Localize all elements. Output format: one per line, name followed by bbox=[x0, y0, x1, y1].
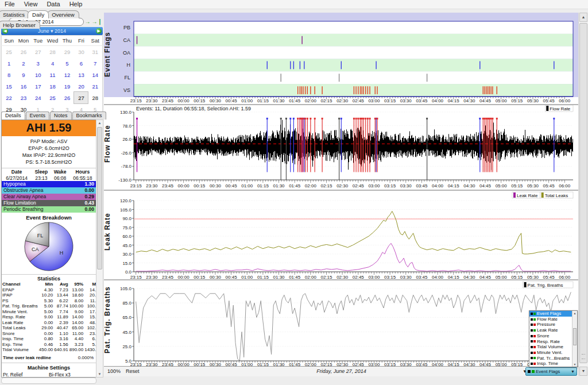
tab-notes[interactable]: Notes bbox=[50, 111, 72, 120]
leak-rate-chart[interactable]: Leak Rate 0.015.030.045.060.075.090.0105… bbox=[104, 190, 579, 280]
calendar-day[interactable]: 7 bbox=[88, 57, 102, 69]
month-year-label[interactable]: June ▾ 2014 bbox=[8, 28, 96, 34]
calendar-day[interactable]: 14 bbox=[88, 69, 102, 80]
calendar-day-header: Tue bbox=[31, 36, 45, 46]
svg-text:15.0: 15.0 bbox=[122, 261, 131, 266]
event-index-row: Periodic Breathing0.00 bbox=[2, 206, 96, 213]
graph-menu-item[interactable]: Tidal Volume bbox=[529, 344, 577, 350]
calendar-day[interactable]: 31 bbox=[88, 46, 102, 58]
calendar-day[interactable]: 4 bbox=[45, 57, 60, 69]
calendar-day[interactable]: 8 bbox=[2, 69, 17, 80]
legend-entry: Flow Rate bbox=[545, 105, 573, 111]
svg-text:03:30: 03:30 bbox=[400, 183, 412, 188]
calendar-day[interactable]: 19 bbox=[60, 80, 74, 92]
scroll-thumb[interactable] bbox=[579, 23, 587, 363]
event-index-row: Flow Limitation0.43 bbox=[2, 200, 96, 206]
calendar-day[interactable]: 25 bbox=[2, 46, 17, 58]
graph-menu-item[interactable]: Event Flags bbox=[529, 311, 577, 317]
calendar-day[interactable]: 3 bbox=[31, 57, 45, 69]
scroll-down-icon[interactable]: ▼ bbox=[579, 367, 587, 376]
graph-menu-item[interactable]: Pressure bbox=[529, 322, 577, 328]
calendar-day[interactable]: 9 bbox=[16, 69, 31, 80]
svg-text:02:45: 02:45 bbox=[353, 98, 365, 103]
menu-view[interactable]: View bbox=[20, 0, 42, 7]
calendar-day[interactable]: 24 bbox=[31, 92, 45, 103]
machine-settings-rows: Pr. ReliefBi-Flex x3Humidifierx2 bbox=[2, 372, 96, 378]
calendar-day[interactable]: 29 bbox=[60, 46, 74, 58]
statistics-table: ChannelMinAvg95%MaxEPAP4.307.2313.0014.3… bbox=[2, 282, 96, 353]
last-day-icon[interactable]: →❘ bbox=[92, 18, 102, 26]
calendar-day[interactable]: 27 bbox=[74, 92, 88, 103]
calendar-day[interactable]: 16 bbox=[16, 80, 31, 92]
graph-menu-item[interactable]: Leak Rate bbox=[529, 328, 577, 333]
svg-text:01:15: 01:15 bbox=[257, 183, 269, 188]
event-flags-chart[interactable]: Event Flags PBCAOAHFLVS23:1523:3023:4500… bbox=[104, 13, 579, 104]
flow-rate-chart[interactable]: Flow Rate Events: 11, Duration 06:55:18,… bbox=[104, 104, 579, 191]
graph-menu-item[interactable]: Flow Rate bbox=[529, 317, 577, 322]
calendar-day[interactable]: 21 bbox=[88, 80, 102, 92]
tab-statistics[interactable]: Statistics bbox=[0, 10, 29, 18]
svg-text:05:30: 05:30 bbox=[527, 98, 539, 103]
next-month-button[interactable]: ▶ bbox=[96, 28, 102, 34]
calendar-day[interactable]: 26 bbox=[60, 92, 74, 103]
calendar-day[interactable]: 18 bbox=[45, 80, 60, 92]
calendar-day[interactable]: 28 bbox=[45, 46, 60, 58]
svg-text:75.0: 75.0 bbox=[122, 225, 131, 230]
tab-overview[interactable]: Overview bbox=[47, 10, 79, 18]
calendar-day[interactable]: 25 bbox=[45, 92, 60, 103]
svg-text:-130.0: -130.0 bbox=[118, 178, 131, 183]
menu-data[interactable]: Data bbox=[42, 0, 64, 7]
calendar-day[interactable]: 11 bbox=[45, 69, 60, 80]
calendar-day[interactable]: 17 bbox=[31, 80, 45, 92]
tab-bookmarks[interactable]: Bookmarks bbox=[72, 111, 106, 120]
ahi-banner: AHI 1.59 bbox=[2, 120, 96, 136]
details-hscrollbar[interactable] bbox=[1, 378, 96, 384]
graph-menu-item[interactable]: Insp. Time bbox=[529, 361, 577, 367]
scroll-thumb[interactable] bbox=[97, 127, 102, 270]
tab-daily[interactable]: Daily bbox=[28, 10, 49, 18]
scroll-up-icon[interactable]: ▲ bbox=[96, 120, 103, 126]
scroll-up-icon[interactable]: ▲ bbox=[579, 13, 587, 22]
calendar-day[interactable]: 26 bbox=[16, 46, 31, 58]
prev-month-button[interactable]: ◀ bbox=[2, 28, 8, 34]
svg-text:00:45: 00:45 bbox=[226, 183, 238, 188]
pat-trig-breaths-chart[interactable]: Pat. Trig. Breaths 5.025.045.065.085.010… bbox=[104, 279, 579, 367]
graph-menu-item[interactable]: Minute Vent. bbox=[529, 350, 577, 356]
calendar-day[interactable]: 2 bbox=[16, 57, 31, 69]
dropdown-scrollbar[interactable]: ▲▼ bbox=[572, 311, 577, 367]
next-day-icon[interactable]: → bbox=[85, 18, 91, 26]
calendar-day[interactable]: 13 bbox=[74, 69, 88, 80]
event-index-row: Clear Airway Apnea0.29 bbox=[2, 194, 96, 200]
calendar-day[interactable]: 22 bbox=[2, 92, 17, 103]
app-window: FileViewDataHelp StatisticsDailyOverview… bbox=[0, 0, 588, 385]
menu-help[interactable]: Help bbox=[65, 0, 87, 7]
details-scrollbar[interactable]: ▲ ▼ bbox=[96, 120, 103, 378]
graph-scrollbar[interactable]: ▲ ▼ bbox=[578, 13, 588, 376]
machine-settings-title: Machine Settings bbox=[2, 363, 96, 371]
graph-selector[interactable]: Event Flags ▼ bbox=[525, 367, 577, 376]
graph-menu-item[interactable]: Resp. Rate bbox=[529, 338, 577, 344]
calendar-day[interactable]: 30 bbox=[74, 46, 88, 58]
menu-file[interactable]: File bbox=[0, 0, 20, 7]
calendar-day[interactable]: 12 bbox=[60, 69, 74, 80]
calendar-day[interactable]: 27 bbox=[31, 46, 45, 58]
calendar-day[interactable]: 6 bbox=[74, 57, 88, 69]
calendar-day[interactable]: 28 bbox=[88, 92, 102, 103]
graph-menu-item[interactable]: Snore bbox=[529, 333, 577, 339]
svg-text:0.0: 0.0 bbox=[125, 270, 132, 275]
svg-text:03:30: 03:30 bbox=[400, 98, 412, 103]
graph-menu-item[interactable]: Pat. Tr...Breaths bbox=[529, 356, 577, 361]
svg-text:H: H bbox=[60, 250, 64, 256]
svg-text:60.0: 60.0 bbox=[122, 234, 131, 239]
calendar-day[interactable]: 20 bbox=[74, 80, 88, 92]
calendar-day[interactable]: 5 bbox=[60, 57, 74, 69]
calendar-day[interactable]: 1 bbox=[2, 57, 17, 69]
tab-events[interactable]: Events bbox=[26, 111, 50, 120]
tab-details[interactable]: Details bbox=[1, 111, 25, 120]
stats-row: IPAP10.2013.4418.6020.90 bbox=[2, 292, 96, 298]
scroll-down-icon[interactable]: ▼ bbox=[96, 371, 103, 377]
calendar-day[interactable]: 10 bbox=[31, 69, 45, 80]
tab-help-browser[interactable]: Help Browser bbox=[0, 21, 40, 29]
calendar-day[interactable]: 23 bbox=[16, 92, 31, 103]
calendar-day[interactable]: 15 bbox=[2, 80, 17, 92]
